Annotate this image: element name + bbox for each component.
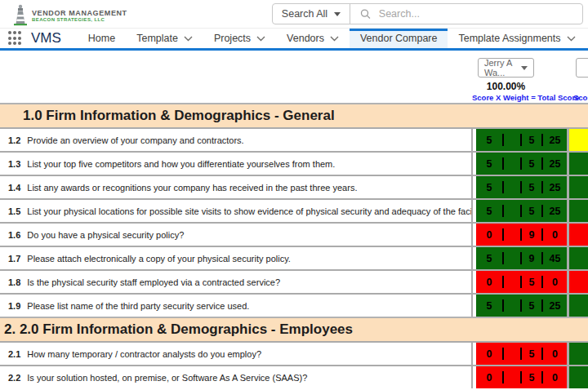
table-row: 1.2 Provide an overview of your company … bbox=[0, 127, 588, 151]
section-header: 2. 2.0 Firm Information & Demographics -… bbox=[0, 317, 588, 341]
question-text: Do you have a physical security policy? bbox=[27, 230, 184, 240]
score-value bbox=[504, 176, 520, 198]
question-cell: 1.4 List any awards or recognitions your… bbox=[0, 176, 473, 198]
question-number: 2.1 bbox=[8, 349, 20, 359]
score-value: 5 bbox=[522, 200, 541, 222]
table-row: 1.9 Please list name of the third party … bbox=[0, 293, 588, 317]
score-cells: 050 bbox=[476, 366, 567, 388]
score-value: 5 bbox=[522, 343, 541, 365]
section-title: 2. 2.0 Firm Information & Demographics -… bbox=[0, 321, 353, 338]
question-text: Is your solution hosted, on premise, or … bbox=[27, 373, 307, 383]
vendor2-score-cell bbox=[569, 295, 588, 317]
vendor-compare-table: 1.0 Firm Information & Demographics - Ge… bbox=[0, 103, 588, 388]
score-value: 9 bbox=[522, 247, 541, 269]
chevron-down-icon bbox=[567, 36, 576, 42]
table-row: 1.4 List any awards or recognitions your… bbox=[0, 175, 588, 198]
score-value: 5 bbox=[522, 176, 541, 198]
table-row: 2.1 How many temporary / contractor anal… bbox=[0, 341, 588, 365]
question-number: 1.6 bbox=[8, 230, 20, 240]
score-value: 25 bbox=[543, 129, 567, 151]
vendor2-score-cell bbox=[569, 366, 588, 388]
nav-item-vendor-compare[interactable]: Vendor Compare bbox=[350, 29, 448, 48]
question-cell: 2.1 How many temporary / contractor anal… bbox=[0, 343, 473, 365]
vendor2-score-cell bbox=[569, 224, 588, 246]
score-cells: 5525 bbox=[476, 153, 567, 175]
nav-item-label: Vendors bbox=[287, 33, 324, 44]
score-value: 0 bbox=[543, 343, 567, 365]
table-row: 1.6 Do you have a physical security poli… bbox=[0, 222, 588, 246]
search-icon bbox=[360, 8, 371, 20]
question-text: Please list name of the third party secu… bbox=[27, 301, 249, 311]
score-value: 5 bbox=[476, 129, 502, 151]
nav-item-label: Projects bbox=[214, 33, 251, 44]
question-cell: 1.8 Is the physical security staff emplo… bbox=[0, 271, 473, 293]
vendor2-score-cell bbox=[569, 247, 588, 269]
nav-item-vendors[interactable]: Vendors bbox=[276, 29, 350, 48]
global-search: Search All bbox=[272, 3, 583, 24]
question-number: 1.7 bbox=[8, 254, 20, 264]
app-launcher-icon[interactable] bbox=[8, 31, 21, 46]
score-cells: 5525 bbox=[476, 200, 567, 222]
nav-item-label: Home bbox=[88, 33, 115, 44]
vendor2-score-cell bbox=[569, 200, 588, 222]
question-cell: 1.2 Provide an overview of your company … bbox=[0, 129, 473, 151]
search-field bbox=[350, 4, 582, 24]
score-value: 5 bbox=[522, 295, 541, 317]
score-cells: 5525 bbox=[476, 295, 567, 317]
score-value bbox=[504, 129, 520, 151]
logo-title: VENDOR MANAGEMENT bbox=[32, 10, 127, 18]
vendor-select[interactable]: Jerry A Wa... bbox=[478, 58, 534, 78]
vendor-select-2[interactable] bbox=[576, 58, 588, 78]
nav-item-template[interactable]: Template bbox=[126, 29, 203, 48]
logo-subtitle: BEACON STRATEGIES, LLC bbox=[32, 17, 127, 23]
lighthouse-icon bbox=[11, 4, 29, 26]
score-value: 45 bbox=[543, 247, 567, 269]
score-cells: 5945 bbox=[476, 247, 567, 269]
score-value: 5 bbox=[476, 176, 502, 198]
nav-item-label: Template Assignments bbox=[458, 33, 560, 44]
search-scope-dropdown[interactable]: Search All bbox=[273, 4, 350, 24]
score-value: 9 bbox=[522, 224, 541, 246]
score-value: 5 bbox=[476, 200, 502, 222]
nav-item-template-assignments[interactable]: Template Assignments bbox=[448, 29, 586, 48]
question-number: 1.8 bbox=[8, 277, 20, 287]
score-value bbox=[504, 271, 520, 293]
score-value: 25 bbox=[543, 295, 567, 317]
table-row: 1.7 Please attach electronically a copy … bbox=[0, 246, 588, 269]
question-cell: 1.3 List your top five competitors and h… bbox=[0, 153, 473, 175]
nav-item-label: Vendor Compare bbox=[360, 33, 438, 44]
nav-item-home[interactable]: Home bbox=[78, 29, 126, 48]
question-cell: 1.7 Please attach electronically a copy … bbox=[0, 247, 473, 269]
question-number: 2.2 bbox=[8, 373, 20, 383]
question-cell: 1.5 List your physical locations for pos… bbox=[0, 200, 473, 222]
question-number: 1.4 bbox=[8, 183, 20, 193]
app-name[interactable]: VMS bbox=[31, 30, 61, 47]
nav-item-projects[interactable]: Projects bbox=[203, 29, 276, 48]
question-cell: 2.2 Is your solution hosted, on premise,… bbox=[0, 366, 473, 388]
vendor2-score-cell bbox=[569, 129, 588, 151]
section-header: 1.0 Firm Information & Demographics - Ge… bbox=[0, 103, 588, 127]
section-title: 1.0 Firm Information & Demographics - Ge… bbox=[0, 108, 335, 124]
question-text: Please attach electronically a copy of y… bbox=[27, 254, 291, 264]
score-formula-label: Score X Weight = Total Score bbox=[472, 93, 572, 102]
vendor2-score-cell bbox=[569, 343, 588, 365]
dropdown-arrow-icon bbox=[334, 12, 341, 16]
score-value: 25 bbox=[543, 176, 567, 198]
score-cells: 5525 bbox=[476, 129, 567, 151]
score-value: 5 bbox=[522, 129, 541, 151]
vendor2-score-cell bbox=[569, 176, 588, 198]
chevron-down-icon bbox=[330, 36, 339, 42]
table-row: 1.5 List your physical locations for pos… bbox=[0, 198, 588, 222]
search-scope-label: Search All bbox=[282, 8, 327, 20]
score-value: 5 bbox=[522, 153, 541, 175]
nav-item-label: Template bbox=[136, 33, 178, 44]
dropdown-arrow-icon bbox=[521, 66, 528, 70]
question-text: How many temporary / contractor analysts… bbox=[27, 349, 261, 359]
score-value: 0 bbox=[476, 366, 502, 388]
score-value: 5 bbox=[476, 153, 502, 175]
score-value bbox=[504, 343, 520, 365]
search-input[interactable] bbox=[379, 8, 582, 20]
score-formula-label-2: Score X Weight = Total Score bbox=[573, 93, 588, 102]
score-value bbox=[504, 247, 520, 269]
question-text: Provide an overview of your company and … bbox=[27, 135, 243, 145]
